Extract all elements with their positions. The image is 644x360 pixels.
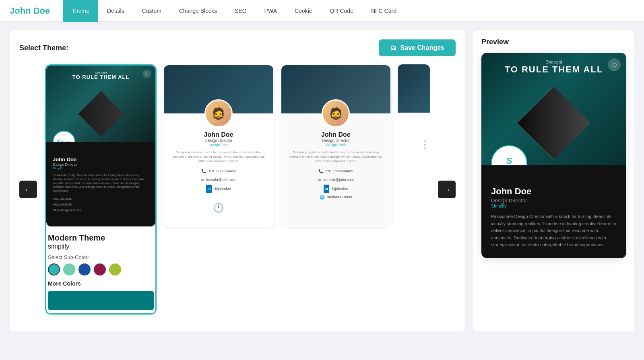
card-dark-hero: One card TO RULE THEM ALL ⬡ S Simplify [46,66,155,142]
color-swatches [48,263,154,276]
preview-diamond [517,86,591,160]
card-dark-hero-text: One card TO RULE THEM ALL [46,71,155,80]
left-panel: Select Theme: 🗂 Save Changes ← One card … [10,30,465,331]
swatch-lime[interactable] [109,263,121,276]
card-3-avatar: 🧔 [322,99,350,128]
tab-qr-code[interactable]: QR Code [321,0,362,22]
globe-icon: 🌐 [320,193,324,202]
preview-title: Preview [481,38,626,46]
nav-tabs: Theme Details Custom Change Blocks SEO P… [63,0,405,22]
preview-share-icon: ⬡ [608,58,621,71]
tab-pwa[interactable]: PWA [256,0,286,22]
swatch-maroon[interactable] [94,263,106,276]
preview-hero-text: One card TO RULE THEM ALL [505,53,603,75]
phone-3-icon: 📞 [318,167,323,176]
contact-phone: 📞 +91 1122334455 [170,167,266,176]
email-3-icon: ✉ [318,176,321,185]
card-3-hero: 🧔 [281,65,390,113]
preview-body: John Doe Design Director Simplify Passio… [481,165,626,258]
card-3-contacts: 📞 +91 1122334455 ✉ kontakt@john.com in @… [288,167,384,202]
card-3-content: 🧔 John Doe Design Director Design Tech D… [281,65,390,226]
theme-card-4-partial[interactable] [398,64,430,225]
swatch-blue[interactable] [78,263,91,276]
phone-icon: 📞 [201,167,206,176]
arrow-right-icon: → [443,185,451,194]
card-light-avatar: 🧔 [204,99,233,128]
tab-nfc-card[interactable]: NFC Card [362,0,405,22]
arrow-left-icon: ← [24,185,32,194]
theme-cards-row: ← One card TO RULE THEM ALL ⬡ S Simpli [19,64,456,315]
preview-card: One card TO RULE THEM ALL ⬡ S Simplify J… [481,53,626,258]
theme-card-3[interactable]: 🧔 John Doe Design Director Design Tech D… [281,64,391,227]
right-panel: Preview One card TO RULE THEM ALL ⬡ S Si… [473,30,634,331]
theme-card-2[interactable]: 🧔 John Doe Design Director Design Tech D… [163,64,274,227]
save-changes-button[interactable]: 🗂 Save Changes [379,39,456,56]
card-dark-contacts: +96171234516 +96113456789 https://design… [53,196,149,213]
tab-cookie[interactable]: Cookie [286,0,321,22]
main-area: Select Theme: 🗂 Save Changes ← One card … [0,22,644,339]
contact-3-hours: 🌐 Business Hours [288,193,384,202]
card-light-hero: 🧔 [164,65,273,113]
contact-email: ✉ kontakt@john.com [170,176,266,185]
email-icon: ✉ [201,176,204,185]
card-dark-body: John Doe Design Director Simplif Passion… [46,142,155,220]
card-light-content: 🧔 John Doe Design Director Design Tech D… [164,65,273,226]
theme-card-1[interactable]: One card TO RULE THEM ALL ⬡ S Simplify J… [45,64,157,315]
brand-name: John Doe [10,6,50,16]
card-dark-logo: S Simplify [53,131,75,142]
swatch-green[interactable] [63,263,75,276]
linkedin-3-icon: in [324,185,329,193]
select-theme-label: Select Theme: [19,44,68,52]
custom-color-input[interactable] [48,291,154,310]
card-dark-content: One card TO RULE THEM ALL ⬡ S Simplify J… [46,66,155,226]
linkedin-icon: in [206,185,212,193]
card-4-dots [424,140,426,150]
tab-seo[interactable]: SEO [226,0,256,22]
prev-theme-button[interactable]: ← [19,181,37,198]
card-3-body: John Doe Design Director Design Tech Des… [281,113,390,208]
preview-logo-circle: S Simplify [491,145,527,165]
contact-linkedin: in @johndoe [170,185,266,193]
next-theme-button[interactable]: → [438,181,456,198]
tab-change-blocks[interactable]: Change Blocks [170,0,226,22]
card-light-footer: 🕐 [164,200,273,218]
preview-hero: One card TO RULE THEM ALL ⬡ S Simplify [481,53,626,165]
diamond-shape [78,91,124,136]
contact-3-email: ✉ kontakt@john.com [288,176,384,185]
folder-icon: 🗂 [390,44,396,51]
tab-theme[interactable]: Theme [63,0,98,22]
contact-3-phone: 📞 +91 1122334455 [288,167,384,176]
tab-custom[interactable]: Custom [133,0,170,22]
top-navigation: John Doe Theme Details Custom Change Blo… [0,0,644,22]
swatch-teal[interactable] [48,263,60,276]
clock-icon: 🕐 [213,203,224,213]
theme-info: Modern Theme simplify Select Sub-Color: … [46,226,155,313]
panel-header: Select Theme: 🗂 Save Changes [19,39,456,56]
tab-details[interactable]: Details [98,0,133,22]
card-light-contacts: 📞 +91 1122334455 ✉ kontakt@john.com in @… [170,167,266,193]
contact-3-linkedin: in @johndoe [288,185,384,193]
card-4-hero [398,64,430,113]
